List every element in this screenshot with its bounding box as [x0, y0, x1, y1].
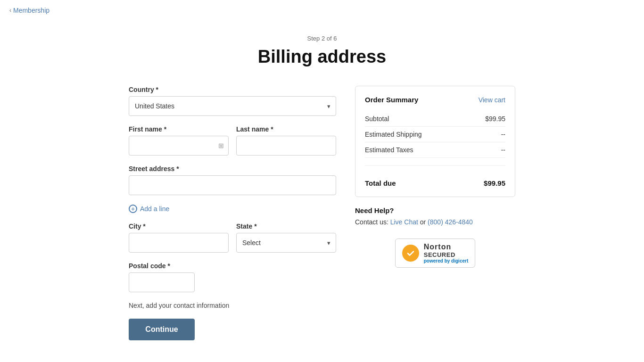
- autofill-icon: ⊞: [218, 142, 224, 149]
- country-required: *: [156, 86, 158, 93]
- total-label: Total due: [365, 179, 396, 187]
- norton-powered: powered by digicert: [424, 258, 468, 263]
- membership-link[interactable]: Membership: [13, 7, 50, 14]
- total-value: $99.95: [484, 179, 505, 187]
- phone-link[interactable]: (800) 426-4840: [428, 218, 473, 226]
- first-name-field-group: First name * ⊞: [129, 125, 229, 156]
- step-indicator: Step 2 of 6: [49, 35, 595, 42]
- next-info-text: Next, add your contact information: [129, 302, 336, 309]
- taxes-label: Estimated Taxes: [365, 146, 413, 154]
- state-required: *: [254, 222, 256, 230]
- help-or: or: [420, 218, 428, 226]
- last-name-field-group: Last name *: [236, 125, 336, 156]
- norton-secured: SECURED: [424, 251, 468, 258]
- subtotal-row: Subtotal $99.95: [365, 111, 505, 127]
- chevron-left-icon: ‹: [9, 7, 11, 14]
- state-label: State *: [236, 222, 336, 230]
- postal-code-input[interactable]: [129, 272, 195, 292]
- country-select[interactable]: United States Canada United Kingdom Aust…: [129, 96, 336, 116]
- street-address-field-group: Street address *: [129, 165, 336, 195]
- state-field-group: State * Select Alabama Alaska Arizona Ca…: [236, 222, 336, 253]
- total-row: Total due $99.95: [365, 173, 505, 187]
- norton-name: Norton: [424, 243, 468, 251]
- continue-button[interactable]: Continue: [129, 319, 195, 340]
- order-summary-box: Order Summary View cart Subtotal $99.95 …: [355, 86, 515, 197]
- page-title: Billing address: [49, 47, 595, 67]
- postal-code-label: Postal code *: [129, 262, 195, 270]
- help-prefix: Contact us:: [355, 218, 388, 226]
- norton-badge: Norton SECURED powered by digicert: [355, 239, 515, 268]
- country-label: Country *: [129, 86, 336, 93]
- city-input[interactable]: [129, 233, 229, 253]
- postal-code-field-group: Postal code *: [129, 262, 195, 292]
- state-select[interactable]: Select Alabama Alaska Arizona California…: [236, 233, 336, 253]
- street-required: *: [176, 165, 179, 173]
- sidebar: Order Summary View cart Subtotal $99.95 …: [355, 86, 515, 268]
- last-name-label: Last name *: [236, 125, 336, 133]
- add-line-label: Add a line: [140, 205, 169, 213]
- last-name-required: *: [271, 125, 273, 133]
- help-title: Need Help?: [355, 206, 515, 214]
- taxes-row: Estimated Taxes --: [365, 142, 505, 158]
- first-name-input[interactable]: [129, 136, 229, 156]
- city-required: *: [143, 222, 145, 230]
- norton-badge-inner: Norton SECURED powered by digicert: [395, 239, 475, 268]
- city-label: City *: [129, 222, 229, 230]
- street-address-label: Street address *: [129, 165, 336, 173]
- shipping-label: Estimated Shipping: [365, 131, 422, 138]
- postal-required: *: [167, 262, 170, 270]
- subtotal-label: Subtotal: [365, 115, 389, 123]
- live-chat-label: Live Chat: [390, 218, 418, 226]
- billing-form: Country * United States Canada United Ki…: [129, 86, 336, 340]
- first-name-required: *: [164, 125, 166, 133]
- taxes-value: --: [501, 146, 505, 154]
- country-field-group: Country * United States Canada United Ki…: [129, 86, 336, 116]
- back-nav[interactable]: ‹ Membership: [0, 0, 644, 21]
- subtotal-value: $99.95: [485, 115, 505, 123]
- help-section: Need Help? Contact us: Live Chat or (800…: [355, 206, 515, 227]
- shipping-row: Estimated Shipping --: [365, 127, 505, 142]
- street-address-input[interactable]: [129, 175, 336, 195]
- help-text: Contact us: Live Chat or (800) 426-4840: [355, 217, 515, 227]
- svg-point-0: [405, 247, 416, 259]
- shipping-value: --: [501, 131, 505, 138]
- first-name-label: First name *: [129, 125, 229, 133]
- plus-circle-icon: +: [129, 205, 137, 213]
- add-line-button[interactable]: + Add a line: [129, 205, 169, 213]
- order-summary-title: Order Summary: [365, 96, 418, 104]
- norton-checkmark-icon: [402, 245, 419, 262]
- view-cart-link[interactable]: View cart: [479, 96, 505, 104]
- last-name-input[interactable]: [236, 136, 336, 156]
- city-field-group: City *: [129, 222, 229, 253]
